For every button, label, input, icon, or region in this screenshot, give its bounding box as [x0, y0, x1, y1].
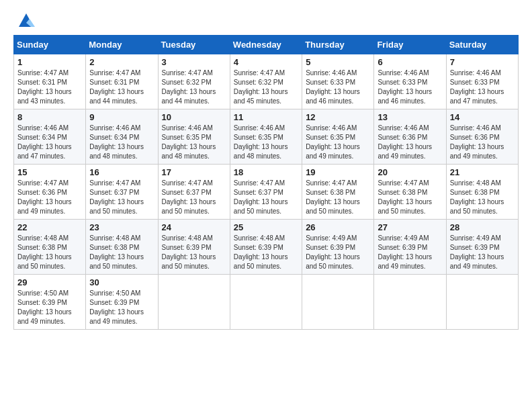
day-info: Sunrise: 4:49 AMSunset: 6:39 PMDaylight:… [378, 234, 442, 271]
calendar-cell: 18Sunrise: 4:47 AMSunset: 6:37 PMDayligh… [230, 165, 302, 220]
calendar-cell: 19Sunrise: 4:47 AMSunset: 6:38 PMDayligh… [302, 165, 374, 220]
day-number: 3 [162, 57, 226, 67]
day-info: Sunrise: 4:47 AMSunset: 6:37 PMDaylight:… [162, 179, 226, 216]
day-number: 24 [162, 222, 226, 232]
calendar-cell: 12Sunrise: 4:46 AMSunset: 6:35 PMDayligh… [302, 109, 374, 165]
day-info: Sunrise: 4:47 AMSunset: 6:32 PMDaylight:… [162, 68, 226, 106]
day-number: 29 [17, 277, 82, 287]
day-info: Sunrise: 4:47 AMSunset: 6:37 PMDaylight:… [89, 179, 154, 216]
calendar-cell: 9Sunrise: 4:46 AMSunset: 6:34 PMDaylight… [86, 109, 158, 165]
calendar-cell: 24Sunrise: 4:48 AMSunset: 6:39 PMDayligh… [158, 220, 230, 275]
calendar-cell: 16Sunrise: 4:47 AMSunset: 6:37 PMDayligh… [86, 165, 158, 220]
day-info: Sunrise: 4:46 AMSunset: 6:33 PMDaylight:… [378, 68, 442, 106]
day-info: Sunrise: 4:49 AMSunset: 6:39 PMDaylight:… [450, 234, 515, 271]
calendar-cell: 15Sunrise: 4:47 AMSunset: 6:36 PMDayligh… [14, 165, 86, 220]
calendar-cell [446, 275, 518, 330]
day-info: Sunrise: 4:47 AMSunset: 6:38 PMDaylight:… [378, 179, 442, 216]
weekday-header-monday: Monday [86, 36, 158, 54]
day-number: 28 [450, 222, 515, 232]
day-number: 26 [306, 222, 370, 232]
day-number: 15 [17, 167, 82, 177]
calendar-week-2: 8Sunrise: 4:46 AMSunset: 6:34 PMDaylight… [14, 109, 519, 165]
day-number: 8 [17, 112, 82, 122]
calendar-week-5: 29Sunrise: 4:50 AMSunset: 6:39 PMDayligh… [14, 275, 519, 330]
day-info: Sunrise: 4:48 AMSunset: 6:38 PMDaylight:… [89, 234, 154, 271]
weekday-header-sunday: Sunday [14, 36, 86, 54]
calendar-cell: 2Sunrise: 4:47 AMSunset: 6:31 PMDaylight… [86, 54, 158, 109]
calendar-cell: 26Sunrise: 4:49 AMSunset: 6:39 PMDayligh… [302, 220, 374, 275]
day-info: Sunrise: 4:46 AMSunset: 6:36 PMDaylight:… [378, 124, 442, 161]
calendar-cell: 29Sunrise: 4:50 AMSunset: 6:39 PMDayligh… [14, 275, 86, 330]
calendar-cell: 28Sunrise: 4:49 AMSunset: 6:39 PMDayligh… [446, 220, 518, 275]
calendar-cell: 6Sunrise: 4:46 AMSunset: 6:33 PMDaylight… [374, 54, 446, 109]
calendar-cell: 17Sunrise: 4:47 AMSunset: 6:37 PMDayligh… [158, 165, 230, 220]
calendar-cell [374, 275, 446, 330]
day-info: Sunrise: 4:50 AMSunset: 6:39 PMDaylight:… [17, 289, 82, 326]
day-info: Sunrise: 4:48 AMSunset: 6:39 PMDaylight:… [162, 234, 226, 271]
calendar-cell: 23Sunrise: 4:48 AMSunset: 6:38 PMDayligh… [86, 220, 158, 275]
day-number: 4 [234, 57, 298, 67]
calendar-cell [302, 275, 374, 330]
day-info: Sunrise: 4:50 AMSunset: 6:39 PMDaylight:… [89, 289, 154, 326]
calendar-cell: 5Sunrise: 4:46 AMSunset: 6:33 PMDaylight… [302, 54, 374, 109]
day-number: 12 [306, 112, 370, 122]
day-number: 20 [378, 167, 442, 177]
day-number: 18 [234, 167, 298, 177]
day-info: Sunrise: 4:46 AMSunset: 6:34 PMDaylight:… [89, 124, 154, 161]
weekday-header-thursday: Thursday [302, 36, 374, 54]
calendar-cell: 11Sunrise: 4:46 AMSunset: 6:35 PMDayligh… [230, 109, 302, 165]
day-number: 27 [378, 222, 442, 232]
day-number: 10 [162, 112, 226, 122]
day-number: 16 [89, 167, 154, 177]
day-number: 30 [89, 277, 154, 287]
day-info: Sunrise: 4:47 AMSunset: 6:36 PMDaylight:… [17, 179, 82, 216]
calendar-cell: 8Sunrise: 4:46 AMSunset: 6:34 PMDaylight… [14, 109, 86, 165]
day-info: Sunrise: 4:47 AMSunset: 6:31 PMDaylight:… [89, 68, 154, 106]
calendar-cell: 20Sunrise: 4:47 AMSunset: 6:38 PMDayligh… [374, 165, 446, 220]
day-number: 19 [306, 167, 370, 177]
day-number: 11 [234, 112, 298, 122]
day-number: 23 [89, 222, 154, 232]
day-info: Sunrise: 4:46 AMSunset: 6:33 PMDaylight:… [306, 68, 370, 106]
day-info: Sunrise: 4:46 AMSunset: 6:35 PMDaylight:… [306, 124, 370, 161]
day-info: Sunrise: 4:46 AMSunset: 6:34 PMDaylight:… [17, 124, 82, 161]
calendar-week-4: 22Sunrise: 4:48 AMSunset: 6:38 PMDayligh… [14, 220, 519, 275]
day-info: Sunrise: 4:46 AMSunset: 6:33 PMDaylight:… [450, 68, 515, 106]
calendar-cell: 3Sunrise: 4:47 AMSunset: 6:32 PMDaylight… [158, 54, 230, 109]
day-number: 14 [450, 112, 515, 122]
weekday-header-friday: Friday [374, 36, 446, 54]
weekday-header-wednesday: Wednesday [230, 36, 302, 54]
calendar-table: SundayMondayTuesdayWednesdayThursdayFrid… [13, 35, 519, 330]
day-number: 6 [378, 57, 442, 67]
day-number: 7 [450, 57, 515, 67]
logo [13, 11, 36, 28]
day-info: Sunrise: 4:47 AMSunset: 6:31 PMDaylight:… [17, 68, 82, 106]
day-number: 1 [17, 57, 82, 67]
logo-icon [16, 11, 36, 28]
weekday-header-saturday: Saturday [446, 36, 518, 54]
calendar-cell: 13Sunrise: 4:46 AMSunset: 6:36 PMDayligh… [374, 109, 446, 165]
calendar-cell [230, 275, 302, 330]
day-number: 5 [306, 57, 370, 67]
calendar-cell: 27Sunrise: 4:49 AMSunset: 6:39 PMDayligh… [374, 220, 446, 275]
header [13, 11, 519, 28]
calendar-cell: 21Sunrise: 4:48 AMSunset: 6:38 PMDayligh… [446, 165, 518, 220]
day-info: Sunrise: 4:48 AMSunset: 6:38 PMDaylight:… [450, 179, 515, 216]
calendar-cell: 22Sunrise: 4:48 AMSunset: 6:38 PMDayligh… [14, 220, 86, 275]
day-number: 25 [234, 222, 298, 232]
day-info: Sunrise: 4:46 AMSunset: 6:36 PMDaylight:… [450, 124, 515, 161]
day-number: 21 [450, 167, 515, 177]
day-info: Sunrise: 4:47 AMSunset: 6:37 PMDaylight:… [234, 179, 298, 216]
day-info: Sunrise: 4:48 AMSunset: 6:39 PMDaylight:… [234, 234, 298, 271]
day-info: Sunrise: 4:48 AMSunset: 6:38 PMDaylight:… [17, 234, 82, 271]
day-number: 13 [378, 112, 442, 122]
calendar-cell: 14Sunrise: 4:46 AMSunset: 6:36 PMDayligh… [446, 109, 518, 165]
calendar-cell: 10Sunrise: 4:46 AMSunset: 6:35 PMDayligh… [158, 109, 230, 165]
day-info: Sunrise: 4:49 AMSunset: 6:39 PMDaylight:… [306, 234, 370, 271]
calendar-cell: 1Sunrise: 4:47 AMSunset: 6:31 PMDaylight… [14, 54, 86, 109]
day-number: 17 [162, 167, 226, 177]
day-number: 22 [17, 222, 82, 232]
calendar-week-3: 15Sunrise: 4:47 AMSunset: 6:36 PMDayligh… [14, 165, 519, 220]
day-number: 9 [89, 112, 154, 122]
page: SundayMondayTuesdayWednesdayThursdayFrid… [0, 0, 532, 411]
